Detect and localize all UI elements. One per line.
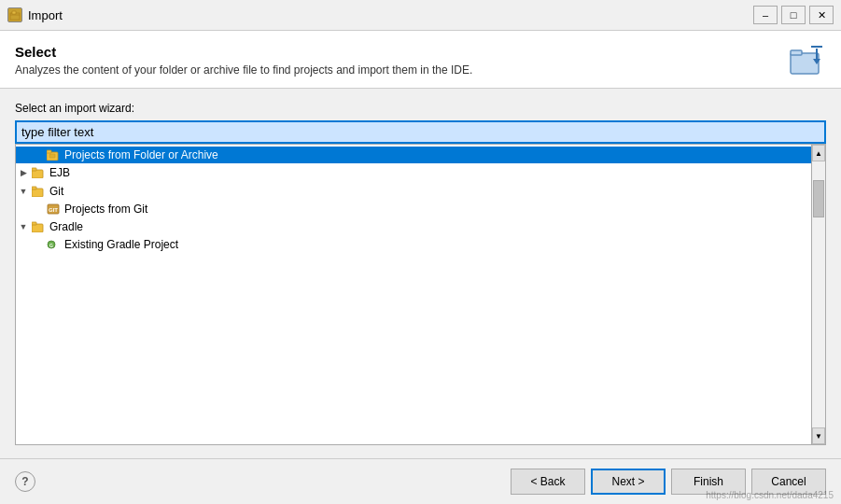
gradle-project-icon: G [46, 238, 61, 251]
watermark: https://blog.csdn.net/dada4215 [706, 490, 834, 500]
next-button[interactable]: Next > [591, 469, 666, 495]
scrollbar: ▲ ▼ [811, 145, 825, 444]
svg-rect-4 [791, 50, 802, 55]
expand-icon-gradle[interactable]: ▼ [16, 219, 31, 234]
tree-item-label: Git [49, 185, 63, 198]
scroll-thumb[interactable] [813, 180, 824, 217]
help-button[interactable]: ? [15, 471, 35, 492]
wizard-label: Select an import wizard: [15, 102, 826, 115]
folder-icon-gradle [31, 220, 46, 233]
back-button[interactable]: < Back [511, 469, 585, 495]
title-bar: Import – □ ✕ [0, 0, 841, 31]
git-icon: GIT [46, 203, 61, 216]
header-section: Select Analyzes the content of your fold… [0, 31, 841, 89]
svg-rect-1 [12, 11, 16, 14]
scroll-up-button[interactable]: ▲ [812, 145, 825, 161]
svg-rect-14 [32, 187, 36, 189]
app-icon [7, 7, 22, 22]
folder-icon-git [31, 185, 46, 198]
tree-item-existing-gradle[interactable]: G Existing Gradle Project [16, 236, 811, 253]
tree-item-git[interactable]: ▼ Git [16, 182, 811, 201]
tree-container: Projects from Folder or Archive ▶ EJB ▼ [15, 144, 826, 445]
tree-item-projects-from-folder[interactable]: Projects from Folder or Archive [16, 147, 811, 163]
tree-list: Projects from Folder or Archive ▶ EJB ▼ [16, 145, 825, 444]
tree-item-label: Existing Gradle Project [64, 238, 178, 251]
svg-rect-18 [32, 222, 36, 225]
header-title: Select [15, 44, 774, 60]
window-title: Import [28, 8, 753, 22]
header-description: Analyzes the content of your folder or a… [15, 63, 774, 77]
svg-rect-9 [47, 150, 51, 153]
tree-item-label: Projects from Folder or Archive [64, 148, 218, 161]
minimize-button[interactable]: – [753, 6, 778, 24]
maximize-button[interactable]: □ [781, 6, 806, 24]
svg-rect-3 [791, 53, 819, 74]
tree-item-ejb[interactable]: ▶ EJB [16, 163, 811, 182]
tree-item-label: Projects from Git [64, 203, 147, 216]
window-controls: – □ ✕ [753, 6, 834, 24]
filter-input[interactable] [15, 120, 826, 144]
close-button[interactable]: ✕ [809, 6, 834, 24]
scroll-down-button[interactable]: ▼ [812, 427, 825, 444]
tree-item-gradle[interactable]: ▼ Gradle [16, 217, 811, 236]
folder-archive-icon [46, 148, 61, 161]
tree-item-label: EJB [49, 166, 70, 179]
expand-icon-ejb[interactable]: ▶ [16, 165, 31, 180]
folder-icon-ejb [31, 166, 46, 179]
svg-text:GIT: GIT [49, 207, 58, 213]
svg-text:G: G [49, 243, 53, 248]
expand-icon-git[interactable]: ▼ [16, 184, 31, 199]
tree-item-projects-from-git[interactable]: GIT Projects from Git [16, 201, 811, 217]
header-icon [789, 44, 826, 77]
svg-rect-12 [32, 168, 36, 171]
main-content: Select an import wizard: Projects from F… [0, 89, 841, 458]
header-text: Select Analyzes the content of your fold… [15, 44, 774, 77]
scroll-track [812, 161, 825, 427]
tree-item-label: Gradle [49, 220, 83, 233]
svg-rect-10 [49, 154, 55, 158]
